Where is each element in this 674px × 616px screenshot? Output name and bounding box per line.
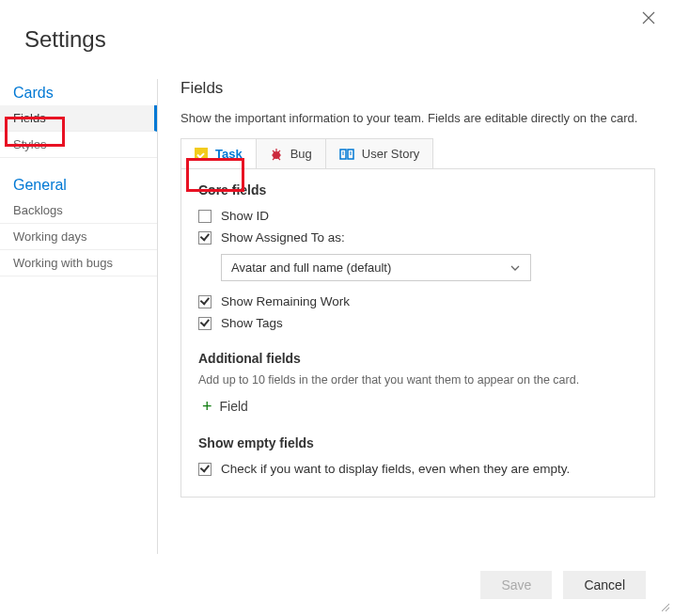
tab-label: User Story [362, 147, 419, 161]
sidebar-item-label: Fields [13, 111, 46, 125]
page-title: Settings [0, 0, 674, 53]
empty-fields-title: Show empty fields [198, 435, 637, 450]
tabs: Task Bug User Story [180, 138, 433, 168]
tab-bug[interactable]: Bug [257, 139, 326, 168]
show-tags-label: Show Tags [221, 316, 283, 330]
bug-icon [270, 148, 283, 161]
plus-icon: + [202, 398, 212, 415]
main-heading: Fields [180, 79, 655, 98]
show-remaining-row: Show Remaining Work [198, 291, 637, 312]
tab-task[interactable]: Task [181, 139, 257, 168]
show-assigned-label: Show Assigned To as: [221, 230, 345, 245]
tab-label: Task [215, 147, 243, 161]
show-id-label: Show ID [221, 209, 269, 223]
dropdown-value: Avatar and full name (default) [231, 261, 391, 275]
chevron-down-icon [509, 262, 521, 274]
task-icon [195, 148, 208, 161]
svg-point-0 [273, 151, 280, 159]
add-field-label: Field [220, 399, 248, 414]
core-fields-title: Core fields [198, 182, 637, 197]
sidebar-item-styles[interactable]: Styles [0, 132, 157, 158]
show-assigned-row: Show Assigned To as: [198, 227, 637, 248]
sidebar: Cards Fields Styles General Backlogs Wor… [0, 79, 158, 554]
show-id-checkbox[interactable] [198, 210, 212, 223]
cancel-button[interactable]: Cancel [563, 571, 646, 599]
tab-label: Bug [290, 147, 312, 161]
story-icon [339, 148, 354, 161]
footer: Save Cancel [480, 571, 646, 599]
sidebar-item-label: Working with bugs [13, 256, 113, 270]
sidebar-item-working-with-bugs[interactable]: Working with bugs [0, 250, 157, 276]
main-description: Show the important information to your t… [180, 111, 655, 125]
additional-fields-title: Additional fields [198, 351, 637, 366]
close-icon[interactable] [642, 11, 655, 27]
sidebar-item-label: Backlogs [13, 203, 63, 217]
sidebar-item-fields[interactable]: Fields [0, 105, 157, 132]
show-tags-row: Show Tags [198, 312, 637, 334]
sidebar-item-backlogs[interactable]: Backlogs [0, 197, 157, 224]
main-content: Fields Show the important information to… [158, 79, 674, 554]
show-remaining-checkbox[interactable] [198, 295, 212, 308]
tab-user-story[interactable]: User Story [326, 139, 432, 168]
additional-fields-subtext: Add up to 10 fields in the order that yo… [198, 373, 637, 387]
add-field-button[interactable]: + Field [198, 394, 248, 419]
show-assigned-checkbox[interactable] [198, 231, 212, 245]
settings-panel: Core fields Show ID Show Assigned To as:… [180, 168, 655, 498]
sidebar-item-label: Working days [13, 229, 87, 244]
show-tags-checkbox[interactable] [198, 317, 212, 330]
save-button[interactable]: Save [480, 571, 552, 599]
empty-fields-checkbox[interactable] [198, 463, 212, 476]
show-remaining-label: Show Remaining Work [221, 294, 350, 308]
empty-fields-label: Check if you want to display fields, eve… [221, 462, 570, 476]
sidebar-item-label: Styles [13, 137, 46, 151]
sidebar-heading-general: General [0, 171, 157, 197]
empty-fields-row: Check if you want to display fields, eve… [198, 458, 637, 480]
assigned-dropdown[interactable]: Avatar and full name (default) [221, 254, 531, 281]
sidebar-heading-cards: Cards [0, 79, 157, 105]
show-id-row: Show ID [198, 205, 637, 227]
resize-grip-icon[interactable] [659, 601, 672, 614]
sidebar-item-working-days[interactable]: Working days [0, 224, 157, 250]
